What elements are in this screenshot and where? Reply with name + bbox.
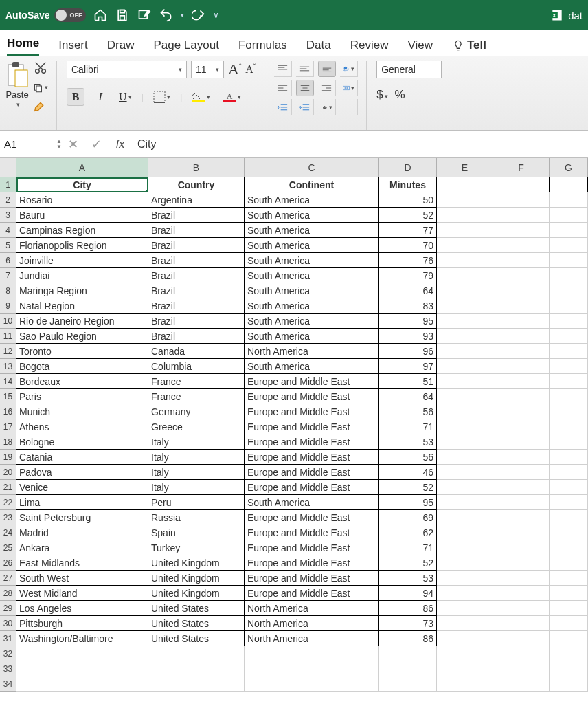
row-header[interactable]: 24 <box>0 525 16 540</box>
cell[interactable] <box>493 208 550 223</box>
cell[interactable] <box>245 646 379 661</box>
cell[interactable] <box>493 510 550 525</box>
cell[interactable]: Brazil <box>148 268 245 283</box>
cell[interactable]: 62 <box>379 525 437 540</box>
cell[interactable]: Europe and Middle East <box>245 465 379 480</box>
cell[interactable]: United Kingdom <box>148 586 245 601</box>
cell[interactable] <box>437 571 493 586</box>
row-header[interactable]: 33 <box>0 661 16 676</box>
cell[interactable]: 56 <box>379 450 437 465</box>
row-header[interactable]: 29 <box>0 601 16 616</box>
cell[interactable]: Ankara <box>16 540 148 556</box>
cell[interactable]: 52 <box>379 208 437 223</box>
cell[interactable]: South America <box>245 359 379 374</box>
cell[interactable]: Natal Region <box>16 298 148 314</box>
cell[interactable]: Europe and Middle East <box>245 450 379 465</box>
cell[interactable]: 93 <box>379 329 437 344</box>
cell[interactable] <box>550 661 588 676</box>
tab-home[interactable]: Home <box>7 36 39 56</box>
cell[interactable] <box>550 192 588 208</box>
cell[interactable] <box>437 510 493 525</box>
cell[interactable]: 73 <box>379 616 437 631</box>
cell[interactable]: North America <box>245 601 379 616</box>
cell[interactable] <box>437 208 493 223</box>
percent-button[interactable]: % <box>395 88 405 102</box>
align-top-icon[interactable] <box>274 60 292 77</box>
cell[interactable]: Bologne <box>16 434 148 450</box>
tab-page-layout[interactable]: Page Layout <box>153 38 218 56</box>
cell[interactable]: 96 <box>379 344 437 359</box>
cell[interactable]: Padova <box>16 465 148 480</box>
home-icon[interactable] <box>93 8 108 23</box>
cell[interactable] <box>493 434 550 450</box>
align-right-icon[interactable] <box>318 80 336 96</box>
cell[interactable]: Catania <box>16 450 148 465</box>
row-header[interactable]: 11 <box>0 329 16 344</box>
font-color-button[interactable]: A▾ <box>220 88 244 106</box>
cell[interactable]: United States <box>148 616 245 631</box>
cell[interactable] <box>437 329 493 344</box>
tab-draw[interactable]: Draw <box>107 38 135 56</box>
cell[interactable] <box>550 434 588 450</box>
cell[interactable]: 76 <box>379 253 437 268</box>
cell[interactable] <box>148 676 245 692</box>
col-header-A[interactable]: A <box>16 158 148 177</box>
cell[interactable] <box>379 676 437 692</box>
cell[interactable] <box>550 359 588 374</box>
cell[interactable]: Argentina <box>148 192 245 208</box>
row-header[interactable]: 17 <box>0 419 16 434</box>
row-header[interactable]: 2 <box>0 192 16 208</box>
cell[interactable] <box>550 495 588 510</box>
cell[interactable]: Brazil <box>148 298 245 314</box>
cell[interactable]: South West <box>16 571 148 586</box>
cell[interactable] <box>493 450 550 465</box>
cell[interactable]: West Midland <box>16 586 148 601</box>
cell[interactable]: Columbia <box>148 359 245 374</box>
row-header[interactable]: 15 <box>0 389 16 404</box>
underline-button[interactable]: U▾ <box>116 88 135 106</box>
cell[interactable] <box>437 434 493 450</box>
cell[interactable]: 52 <box>379 480 437 495</box>
cell[interactable] <box>493 223 550 238</box>
cell[interactable]: Joinville <box>16 253 148 268</box>
paste-button[interactable]: Paste ▾ <box>5 60 29 108</box>
cell[interactable]: 94 <box>379 586 437 601</box>
cell[interactable]: 86 <box>379 601 437 616</box>
cell[interactable] <box>379 646 437 661</box>
cell[interactable]: Germany <box>148 404 245 419</box>
spreadsheet-grid[interactable]: A B C D E F G 1CityCountryContinentMinut… <box>0 158 588 692</box>
row-header[interactable]: 16 <box>0 404 16 419</box>
cell[interactable]: South America <box>245 208 379 223</box>
cell[interactable]: 79 <box>379 268 437 283</box>
cell[interactable] <box>16 676 148 692</box>
merge-center-icon[interactable]: ▾ <box>340 80 358 96</box>
row-header[interactable]: 25 <box>0 540 16 556</box>
cell[interactable]: 64 <box>379 283 437 298</box>
cell[interactable] <box>550 616 588 631</box>
cell[interactable]: Europe and Middle East <box>245 571 379 586</box>
cell[interactable]: Campinas Region <box>16 223 148 238</box>
cell[interactable] <box>550 208 588 223</box>
cell[interactable]: Pittsburgh <box>16 616 148 631</box>
cell[interactable]: 71 <box>379 419 437 434</box>
cell[interactable] <box>550 631 588 646</box>
cell[interactable]: United Kingdom <box>148 556 245 571</box>
col-header-B[interactable]: B <box>148 158 245 177</box>
row-header[interactable]: 4 <box>0 223 16 238</box>
cell[interactable] <box>493 480 550 495</box>
cell[interactable] <box>493 661 550 676</box>
italic-button[interactable]: I <box>91 88 109 106</box>
borders-button[interactable]: ▾ <box>150 88 173 106</box>
redo-icon[interactable] <box>191 8 206 23</box>
cell[interactable] <box>550 465 588 480</box>
cell[interactable] <box>550 253 588 268</box>
cell[interactable] <box>493 374 550 389</box>
cell[interactable]: Maringa Region <box>16 283 148 298</box>
row-header[interactable]: 5 <box>0 238 16 253</box>
increase-indent-icon[interactable] <box>296 99 314 116</box>
cell[interactable]: Russia <box>148 510 245 525</box>
col-header-D[interactable]: D <box>379 158 437 177</box>
cell[interactable] <box>550 480 588 495</box>
row-header[interactable]: 18 <box>0 434 16 450</box>
paste-dropdown-caret[interactable]: ▾ <box>16 101 20 108</box>
